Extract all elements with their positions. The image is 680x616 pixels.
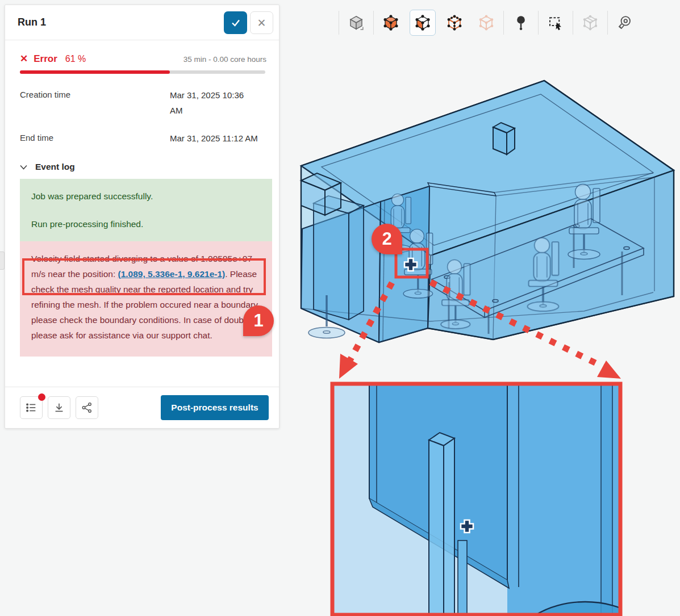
run-log-button[interactable] [20, 396, 43, 419]
close-button[interactable]: ✕ [250, 11, 273, 34]
status-meta: 35 min - 0.00 core hours [183, 55, 266, 64]
panel-header: Run 1 ✕ [5, 5, 279, 40]
run-status: ✕ Error 61 % 35 min - 0.00 core hours [5, 40, 279, 65]
check-icon [230, 17, 241, 28]
zoom-inset [332, 384, 659, 616]
view-cube-icon[interactable] [343, 10, 369, 36]
select-edges-icon[interactable] [441, 10, 468, 36]
confirm-button[interactable] [224, 11, 247, 34]
field-label: End time [20, 133, 170, 146]
log-line: Job was prepared successfully. [31, 188, 261, 204]
share-icon [81, 401, 93, 414]
field-value: Mar 31, 2025 11:12 AM [170, 131, 258, 146]
event-log-toggle[interactable]: Event log [5, 161, 279, 179]
log-line: Run pre-processing finished. [31, 216, 261, 232]
duct-box [493, 123, 515, 154]
toolbar-separator [339, 11, 339, 35]
annotation-badge-1: 1 [243, 305, 274, 336]
list-icon [25, 401, 37, 414]
field-row-creation-time: Creation time Mar 31, 2025 10:36 AM [20, 90, 265, 118]
box-select-icon[interactable] [543, 10, 569, 36]
room-model[interactable] [301, 81, 674, 342]
chevron-down-icon [20, 165, 27, 170]
toolbar-separator [373, 11, 374, 35]
probe-point-icon[interactable] [508, 10, 534, 36]
panel-collapse-handle[interactable] [0, 252, 5, 270]
run-fields: Creation time Mar 31, 2025 10:36 AM End … [5, 74, 279, 146]
select-volumes-icon[interactable] [378, 10, 404, 36]
position-link[interactable]: (1.089, 5.336e-1, 9.621e-1) [118, 269, 226, 279]
select-faces-icon[interactable] [410, 10, 436, 36]
measure-icon[interactable] [612, 10, 638, 36]
toolbar-separator [538, 11, 539, 35]
select-vertices-icon [473, 10, 499, 36]
toolbar-separator [573, 11, 573, 35]
download-icon [53, 401, 65, 414]
toolbar-separator [503, 11, 504, 35]
inset-column [429, 433, 454, 615]
status-label: Error [34, 53, 57, 65]
download-button[interactable] [48, 396, 70, 419]
panel-footer: Post-process results [5, 387, 279, 428]
annotation-badge-2: 2 [372, 224, 402, 254]
error-message: Velocity field started diverging to a va… [31, 251, 261, 343]
notification-dot [38, 393, 45, 401]
error-icon: ✕ [20, 53, 28, 65]
app-window: Run 1 ✕ ✕ Error 61 % 35 min - 0.00 core … [0, 0, 680, 616]
post-process-results-button[interactable]: Post-process results [161, 395, 269, 420]
share-button[interactable] [76, 396, 98, 419]
event-log-header: Event log [35, 162, 75, 172]
run-details-panel: Run 1 ✕ ✕ Error 61 % 35 min - 0.00 core … [5, 5, 279, 429]
mesh-tool-icon [577, 10, 603, 36]
close-icon: ✕ [257, 16, 266, 30]
run-title: Run 1 [18, 16, 46, 28]
viewport-toolbar [337, 8, 641, 37]
tall-box [314, 196, 364, 320]
toolbar-separator [607, 11, 608, 35]
status-percent: 61 % [65, 54, 86, 64]
field-row-end-time: End time Mar 31, 2025 11:12 AM [20, 133, 265, 146]
field-value: Mar 31, 2025 10:36 AM [170, 87, 258, 118]
event-log-success: Job was prepared successfully. Run pre-p… [20, 179, 272, 241]
error-text-after: . Please check the mesh quality near the… [31, 269, 260, 340]
event-log-error: Velocity field started diverging to a va… [20, 241, 272, 357]
field-label: Creation time [20, 90, 170, 118]
